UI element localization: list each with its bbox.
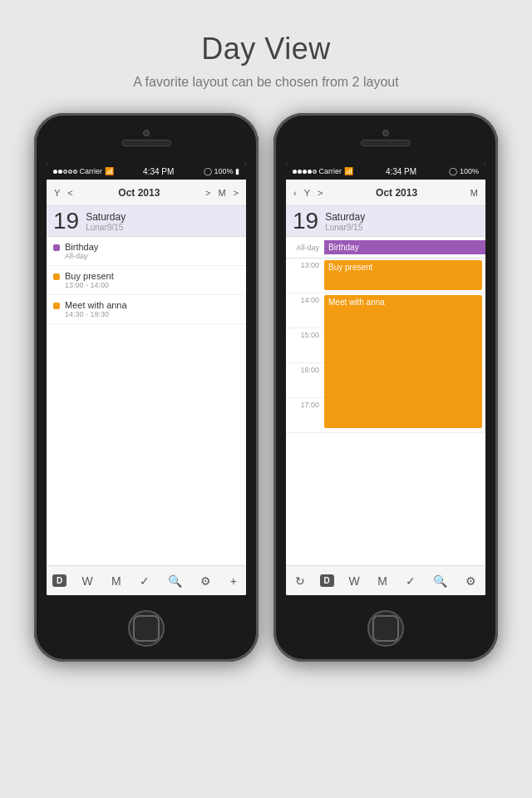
nav-bar-right: ‹ Y > Oct 2013 M bbox=[286, 180, 485, 206]
status-carrier-left: Carrier 📶 bbox=[53, 167, 114, 175]
date-lunar-right: Lunar9/15 bbox=[325, 223, 365, 232]
date-info-right: Saturday Lunar9/15 bbox=[325, 211, 365, 232]
allday-event-right[interactable]: Birthday bbox=[324, 240, 485, 254]
event-dot-buy-present bbox=[53, 273, 60, 280]
prev-btn-left[interactable]: < bbox=[65, 187, 75, 199]
nav-title-right: Oct 2013 bbox=[376, 187, 417, 199]
status-bar-right: Carrier 📶 4:34 PM ◯ 100% bbox=[286, 163, 485, 180]
timeline-scroll-right: 13:00 Buy present 14:00 Meet with anna bbox=[286, 259, 485, 565]
event-title-meet-anna: Meet with anna bbox=[65, 300, 127, 310]
nav-bar-left: Y < Oct 2013 > M > bbox=[47, 180, 246, 206]
time-slot-1300: 13:00 Buy present bbox=[286, 259, 485, 293]
home-button-inner-right bbox=[372, 615, 399, 642]
phone-right-top bbox=[273, 113, 498, 163]
event-time-meet-anna: 14:30 - 19:30 bbox=[65, 310, 127, 318]
camera-right bbox=[382, 130, 389, 136]
date-lunar-left: Lunar9/15 bbox=[86, 223, 126, 232]
toolbar-search-right[interactable]: 🔍 bbox=[430, 573, 451, 589]
event-details-buy-present: Buy present 13:00 - 14:00 bbox=[65, 271, 114, 289]
allday-row-right: All-day Birthday bbox=[286, 237, 485, 259]
date-day-right: Saturday bbox=[325, 211, 365, 223]
speaker-right bbox=[361, 140, 411, 146]
toolbar-w-left[interactable]: W bbox=[79, 573, 96, 589]
toolbar-m-left[interactable]: M bbox=[108, 573, 125, 589]
event-birthday-left[interactable]: Birthday All-day bbox=[47, 237, 246, 266]
status-carrier-right: Carrier 📶 bbox=[293, 167, 353, 175]
time-label-1600: 16:00 bbox=[286, 363, 324, 374]
toolbar-left: D W M ✓ 🔍 ⚙ + bbox=[47, 565, 246, 595]
status-bar-left: Carrier 📶 4:34 PM ◯ 100% ▮ bbox=[47, 163, 246, 180]
time-label-1500: 15:00 bbox=[286, 328, 324, 339]
date-day-left: Saturday bbox=[86, 211, 126, 223]
status-battery-left: ◯ 100% ▮ bbox=[204, 167, 239, 175]
nav-right-controls-left: > M > bbox=[203, 187, 241, 199]
page-title: Day View bbox=[201, 32, 330, 66]
month-next-btn-left[interactable]: > bbox=[231, 187, 241, 199]
toolbar-gear-left[interactable]: ⚙ bbox=[197, 573, 214, 589]
nav-right-right-controls: M bbox=[468, 187, 480, 199]
date-info-left: Saturday Lunar9/15 bbox=[86, 211, 126, 232]
event-details-birthday: Birthday All-day bbox=[65, 242, 98, 260]
toolbar-check-left[interactable]: ✓ bbox=[136, 573, 153, 589]
toolbar-plus-left[interactable]: + bbox=[227, 573, 240, 589]
date-number-right: 19 bbox=[293, 209, 318, 233]
event-title-birthday: Birthday bbox=[65, 242, 98, 252]
status-time-right: 4:34 PM bbox=[386, 167, 416, 176]
status-battery-right: ◯ 100% bbox=[449, 167, 479, 175]
event-time-buy-present: 13:00 - 14:00 bbox=[65, 281, 114, 289]
month-btn-left[interactable]: M bbox=[215, 187, 228, 199]
year-btn-right[interactable]: Y bbox=[302, 187, 313, 199]
time-label-1700: 17:00 bbox=[286, 398, 324, 409]
status-time-left: 4:34 PM bbox=[143, 167, 174, 176]
month-btn-right[interactable]: M bbox=[468, 187, 480, 199]
phone-left: Carrier 📶 4:34 PM ◯ 100% ▮ Y < Oct 2013 … bbox=[34, 113, 259, 662]
time-content-1300: Buy present bbox=[324, 259, 485, 293]
next-btn-left[interactable]: > bbox=[203, 187, 213, 199]
date-number-left: 19 bbox=[53, 209, 79, 233]
camera-left bbox=[143, 130, 150, 136]
event-buy-present-right[interactable]: Buy present bbox=[324, 260, 482, 290]
phones-container: Carrier 📶 4:34 PM ◯ 100% ▮ Y < Oct 2013 … bbox=[34, 113, 498, 662]
phone-right: Carrier 📶 4:34 PM ◯ 100% ‹ Y > Oct 2013 … bbox=[273, 113, 498, 662]
nav-right-left-controls: ‹ Y > bbox=[291, 187, 325, 199]
page-subtitle: A favorite layout can be chosen from 2 l… bbox=[133, 75, 398, 90]
time-label-1300: 13:00 bbox=[286, 259, 324, 269]
event-meet-anna-right[interactable]: Meet with anna bbox=[324, 295, 482, 428]
time-slot-1400: 14:00 Meet with anna bbox=[286, 293, 485, 328]
year-btn-left[interactable]: Y bbox=[52, 187, 62, 199]
nav-left-controls: Y < bbox=[52, 187, 76, 199]
toolbar-search-left[interactable]: 🔍 bbox=[165, 573, 185, 589]
toolbar-refresh-right[interactable]: ↻ bbox=[292, 573, 308, 589]
toolbar-m-right[interactable]: M bbox=[374, 573, 391, 589]
event-meet-anna-left[interactable]: Meet with anna 14:30 - 19:30 bbox=[47, 295, 246, 324]
back-btn-right[interactable]: ‹ bbox=[291, 187, 299, 199]
speaker-left bbox=[121, 140, 171, 146]
event-details-meet-anna: Meet with anna 14:30 - 19:30 bbox=[65, 300, 127, 318]
event-dot-birthday bbox=[53, 244, 60, 251]
event-dot-meet-anna bbox=[53, 303, 60, 309]
home-button-right[interactable] bbox=[367, 610, 404, 647]
timeline-container-right: All-day Birthday 13:00 Buy present 14:00 bbox=[286, 237, 485, 565]
toolbar-gear-right[interactable]: ⚙ bbox=[462, 573, 480, 589]
next-year-btn-right[interactable]: > bbox=[315, 187, 325, 199]
time-label-1400: 14:00 bbox=[286, 293, 324, 304]
event-title-buy-present: Buy present bbox=[65, 271, 114, 281]
allday-label-right: All-day bbox=[286, 244, 324, 252]
home-button-left[interactable] bbox=[128, 610, 165, 647]
date-header-right: 19 Saturday Lunar9/15 bbox=[286, 206, 485, 237]
toolbar-check-right[interactable]: ✓ bbox=[402, 573, 419, 589]
toolbar-d-right[interactable]: D bbox=[320, 574, 334, 587]
toolbar-d-left[interactable]: D bbox=[52, 574, 66, 587]
toolbar-w-right[interactable]: W bbox=[345, 573, 362, 589]
event-time-birthday: All-day bbox=[65, 252, 98, 260]
nav-title-left: Oct 2013 bbox=[118, 187, 160, 199]
toolbar-right: ↻ D W M ✓ 🔍 ⚙ bbox=[286, 565, 485, 595]
home-area-left bbox=[128, 595, 165, 662]
phone-left-top bbox=[34, 113, 259, 163]
home-button-inner-left bbox=[133, 615, 160, 642]
screen-right: Carrier 📶 4:34 PM ◯ 100% ‹ Y > Oct 2013 … bbox=[286, 163, 485, 595]
events-list-left: Birthday All-day Buy present 13:00 - 14:… bbox=[47, 237, 246, 565]
screen-left: Carrier 📶 4:34 PM ◯ 100% ▮ Y < Oct 2013 … bbox=[47, 163, 246, 595]
time-content-1400: Meet with anna bbox=[324, 293, 485, 328]
event-buy-present-left[interactable]: Buy present 13:00 - 14:00 bbox=[47, 266, 246, 295]
